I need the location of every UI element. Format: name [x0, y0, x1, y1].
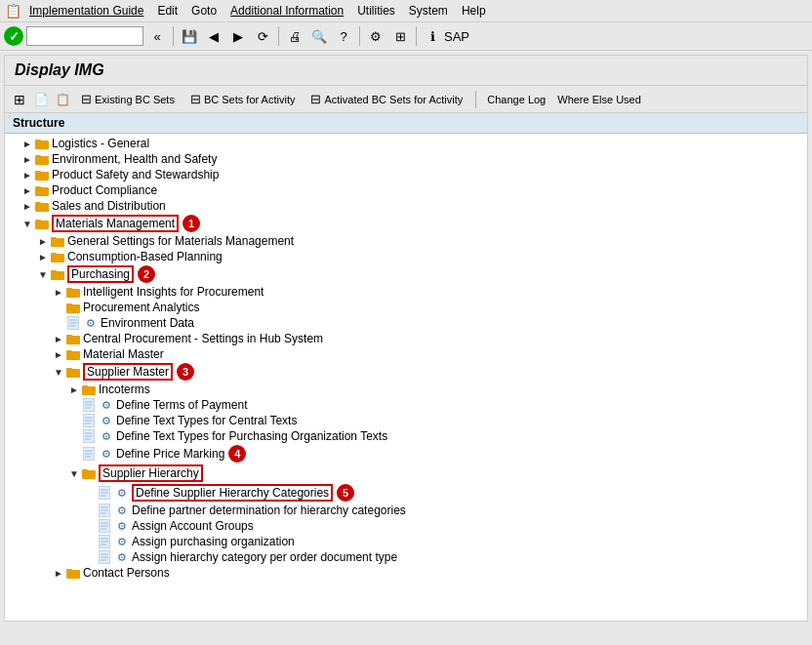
save-button[interactable]: 💾 [179, 25, 200, 47]
tree-expander[interactable] [83, 535, 97, 548]
tree-item-define-terms-payment[interactable]: ⚙Define Terms of Payment [5, 397, 807, 413]
separator-2 [278, 26, 279, 46]
tree-expander[interactable] [83, 504, 97, 517]
tree-item-define-text-types-central[interactable]: ⚙Define Text Types for Central Texts [5, 413, 807, 428]
tree-label-product-safety: Product Safety and Stewardship [52, 168, 219, 181]
tree-item-assign-account-groups[interactable]: ⚙Assign Account Groups [5, 518, 807, 534]
tree-item-product-compliance[interactable]: ►Product Compliance [5, 182, 807, 198]
menu-additional-info[interactable]: Additional Information [224, 2, 349, 20]
tree-item-define-supplier-hierarchy[interactable]: ⚙Define Supplier Hierarchy Categories5 [5, 483, 807, 503]
tree-expander[interactable] [52, 316, 65, 330]
menu-goto[interactable]: Goto [185, 2, 223, 20]
tree-item-logistics-general[interactable]: ►Logistics - General [5, 136, 807, 151]
tree-expander[interactable]: ► [36, 250, 50, 263]
tree-item-define-partner-determination[interactable]: ⚙Define partner determination for hierar… [5, 503, 807, 518]
tree-expander[interactable]: ► [52, 285, 65, 299]
bc-sets-activity-btn[interactable]: ⊟ BC Sets for Activity [184, 89, 302, 109]
tree-item-general-settings-mm[interactable]: ►General Settings for Materials Manageme… [5, 233, 807, 249]
doc-icon [97, 519, 112, 533]
tree-expander[interactable] [83, 519, 97, 533]
tree-item-central-procurement[interactable]: ►Central Procurement - Settings in Hub S… [5, 331, 807, 346]
nav-prev-button[interactable]: « [146, 25, 168, 47]
tree-expander[interactable] [67, 429, 81, 443]
structure-header: Structure [5, 113, 807, 134]
bc-sets-icon: ⊟ [81, 92, 92, 106]
tree-item-contact-persons[interactable]: ►Contact Persons [5, 565, 807, 581]
tree-expander[interactable]: ▼ [67, 466, 81, 480]
help-icon-btn[interactable]: ? [333, 25, 354, 47]
tree-item-purchasing[interactable]: ▼Purchasing2 [5, 264, 807, 284]
tree-label-logistics-general: Logistics - General [52, 137, 149, 150]
menu-help[interactable]: Help [456, 2, 492, 20]
menu-utilities[interactable]: Utilities [351, 2, 401, 20]
img-icon-1[interactable]: ⊞ [11, 91, 28, 108]
tree-expander[interactable]: ▼ [20, 217, 34, 230]
tree-item-product-safety[interactable]: ►Product Safety and Stewardship [5, 167, 807, 182]
forward-button[interactable]: ▶ [227, 25, 249, 47]
find-button[interactable]: 🔍 [308, 25, 330, 47]
svg-rect-21 [66, 303, 72, 306]
svg-rect-7 [35, 186, 41, 189]
tree-expander[interactable] [67, 398, 81, 412]
tree-expander[interactable]: ► [36, 234, 50, 248]
tree-expander[interactable]: ► [52, 566, 65, 580]
bc-sets-activity-label: BC Sets for Activity [204, 94, 296, 105]
tree-expander[interactable]: ► [67, 383, 81, 396]
tree-expander[interactable]: ► [20, 152, 34, 166]
tree-item-procurement-analytics[interactable]: Procurement Analytics [5, 300, 807, 315]
tree-item-assign-purchasing-org[interactable]: ⚙Assign purchasing organization [5, 534, 807, 549]
refresh-btn[interactable]: ⟳ [252, 25, 273, 47]
menu-system[interactable]: System [403, 2, 454, 20]
print-button[interactable]: 🖨 [284, 25, 305, 47]
tree-item-assign-hierarchy-category[interactable]: ⚙Assign hierarchy category per order doc… [5, 549, 807, 565]
tree-expander[interactable] [67, 447, 81, 461]
existing-bc-sets-btn[interactable]: ⊟ Existing BC Sets [75, 89, 181, 109]
tree-expander[interactable]: ► [20, 168, 34, 181]
tree-item-env-health[interactable]: ►Environment, Health and Safety [5, 151, 807, 167]
tree-item-define-text-types-purchasing[interactable]: ⚙Define Text Types for Purchasing Organi… [5, 428, 807, 444]
gear-icon: ⚙ [99, 398, 114, 412]
tree-expander[interactable] [83, 486, 97, 500]
tree-expander[interactable] [52, 301, 65, 314]
change-log-link[interactable]: Change Log [483, 92, 549, 107]
settings-btn[interactable]: ⚙ [365, 25, 386, 47]
tree-expander[interactable]: ► [52, 347, 65, 361]
tree-expander[interactable]: ► [52, 332, 65, 345]
img-icon-2[interactable]: 📄 [32, 91, 50, 108]
tree-item-materials-management[interactable]: ▼Materials Management1 [5, 214, 807, 233]
tree-expander[interactable]: ► [20, 199, 34, 213]
command-input[interactable] [26, 26, 143, 46]
tree-item-sales-distribution[interactable]: ►Sales and Distribution [5, 198, 807, 214]
svg-rect-9 [35, 202, 41, 205]
green-check-button[interactable]: ✓ [4, 26, 23, 46]
tree-item-incoterms[interactable]: ►Incoterms [5, 382, 807, 397]
tree-expander[interactable]: ► [20, 183, 34, 197]
tree-item-environment-data[interactable]: ⚙Environment Data [5, 315, 807, 331]
folder-icon [34, 183, 50, 197]
img-icon-3[interactable]: 📋 [54, 91, 71, 108]
sap-btn[interactable]: SAP [446, 25, 467, 47]
tree-expander[interactable]: ► [20, 137, 34, 150]
tree-item-material-master[interactable]: ►Material Master [5, 346, 807, 362]
tree-expander[interactable] [83, 550, 97, 564]
tree-expander[interactable]: ▼ [36, 267, 50, 281]
tree-label-materials-management: Materials Management [52, 215, 179, 232]
info-btn[interactable]: ℹ [422, 25, 443, 47]
layout-btn[interactable]: ⊞ [389, 25, 411, 47]
gear-icon: ⚙ [83, 316, 99, 330]
tree-item-supplier-master[interactable]: ▼Supplier Master3 [5, 362, 807, 382]
menu-edit[interactable]: Edit [151, 2, 183, 20]
menu-implementation-guide[interactable]: Implementation Guide [23, 2, 149, 20]
tree-item-consumption-planning[interactable]: ►Consumption-Based Planning [5, 249, 807, 264]
back-button[interactable]: ◀ [203, 25, 224, 47]
tree-expander[interactable] [67, 414, 81, 427]
img-toolbar: ⊞ 📄 📋 ⊟ Existing BC Sets ⊟ BC Sets for A… [5, 86, 807, 113]
svg-rect-11 [35, 220, 41, 222]
where-else-used-link[interactable]: Where Else Used [553, 92, 645, 107]
existing-bc-sets-label: Existing BC Sets [95, 94, 175, 105]
tree-item-define-price-marking[interactable]: ⚙Define Price Marking4 [5, 444, 807, 464]
tree-item-intelligent-insights[interactable]: ►Intelligent Insights for Procurement [5, 284, 807, 300]
tree-expander[interactable]: ▼ [52, 365, 65, 379]
activated-bc-sets-btn[interactable]: ⊟ Activated BC Sets for Activity [304, 89, 468, 109]
tree-item-supplier-hierarchy[interactable]: ▼Supplier Hierarchy [5, 464, 807, 483]
